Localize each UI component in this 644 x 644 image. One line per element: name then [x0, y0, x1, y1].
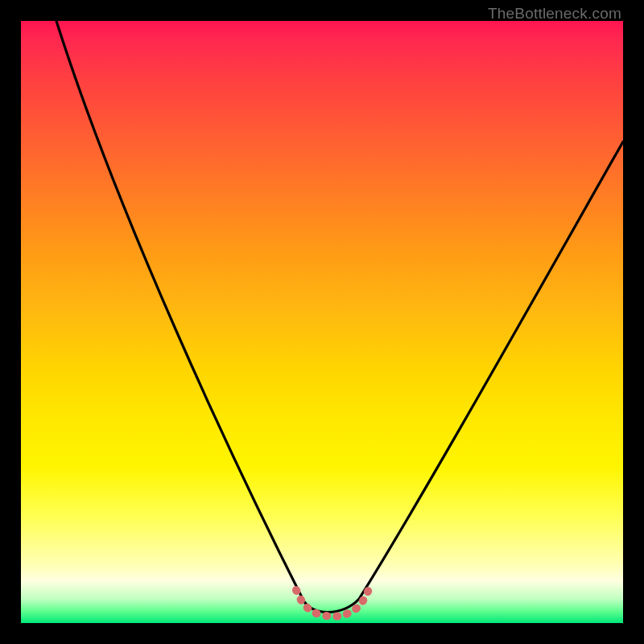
chart-svg — [21, 21, 623, 623]
chart-plot-area — [21, 21, 623, 623]
bottleneck-curve-path — [56, 21, 623, 613]
watermark-text: TheBottleneck.com — [488, 5, 621, 23]
